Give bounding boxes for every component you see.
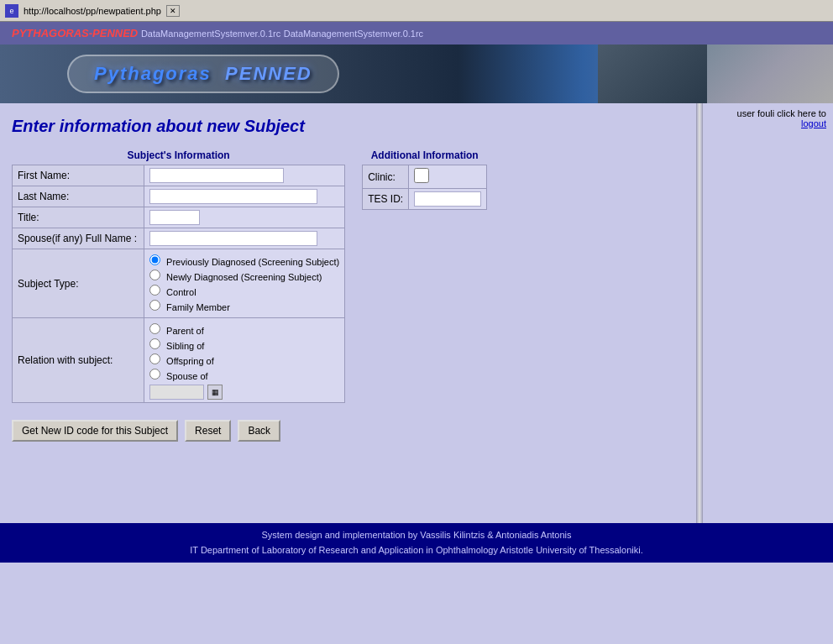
user-bar-text: user fouli click here to — [737, 108, 826, 118]
footer-line2: IT Department of Laboratory of Research … — [5, 543, 828, 558]
tes-id-input[interactable] — [414, 191, 481, 207]
first-name-cell — [144, 165, 345, 186]
footer-line1: System design and implementation by Vass… — [5, 528, 828, 543]
subject-type-option-4[interactable]: Family Member — [149, 300, 339, 312]
title-label: Title: — [13, 207, 144, 228]
subject-type-option-1[interactable]: Previously Diagnosed (Screening Subject) — [149, 254, 339, 267]
last-name-label: Last Name: — [13, 186, 144, 207]
subject-type-radio-3[interactable] — [149, 285, 160, 296]
relation-option-sibling[interactable]: Sibling of — [149, 338, 339, 351]
logout-link[interactable]: logout — [801, 118, 826, 128]
main-container: Enter information about new Subject Subj… — [0, 103, 833, 523]
banner-box1 — [598, 45, 707, 103]
first-name-input[interactable] — [149, 168, 284, 183]
bottom-buttons: Get New ID code for this Subject Reset B… — [12, 420, 684, 442]
favicon: e — [5, 4, 18, 18]
spouse-label: Spouse(if any) Full Name : — [13, 228, 144, 249]
brand-sub: DataManagementSystemver.0.1rc — [141, 29, 280, 39]
header-bar: PYTHAGORAS-PENNED DataManagementSystemve… — [0, 22, 833, 45]
subject-type-radio-4[interactable] — [149, 300, 160, 311]
relation-option-spouse[interactable]: Spouse of — [149, 369, 339, 381]
subject-type-options-cell: Previously Diagnosed (Screening Subject)… — [144, 249, 345, 318]
forms-outer: Subject's Information First Name: Last N… — [12, 149, 684, 403]
subject-type-option-2[interactable]: Newly Diagnosed (Screening Subject) — [149, 270, 339, 282]
relation-radio-sibling[interactable] — [149, 338, 160, 349]
spouse-input[interactable] — [149, 231, 317, 246]
main-form-section: Subject's Information First Name: Last N… — [12, 149, 345, 403]
banner-box2 — [707, 45, 833, 103]
relation-label: Relation with subject: — [13, 318, 144, 403]
relation-row: Relation with subject: Parent of Sibling… — [13, 318, 345, 403]
banner-right-boxes — [598, 45, 833, 103]
tes-id-row: TES ID: — [363, 189, 487, 210]
right-sidebar: user fouli click here to logout — [703, 103, 833, 523]
banner-logo: Pythagoras PENNED — [67, 55, 339, 93]
relation-select-area: ▦ — [149, 385, 339, 400]
relation-option-parent[interactable]: Parent of — [149, 323, 339, 336]
first-name-label: First Name: — [13, 165, 144, 186]
title-row: Title: — [13, 207, 345, 228]
relation-radio-offspring[interactable] — [149, 353, 160, 364]
title-input[interactable] — [149, 210, 200, 225]
browser-bar: e http://localhost/pp/newpatient.php ✕ — [0, 0, 833, 22]
subject-type-option-3[interactable]: Control — [149, 285, 339, 297]
clinic-row: Clinic: — [363, 165, 487, 189]
reset-button[interactable]: Reset — [185, 420, 231, 442]
sidebar-divider — [696, 103, 703, 523]
additional-info-title: Additional Information — [362, 149, 487, 161]
browser-close-btn[interactable]: ✕ — [166, 5, 180, 17]
subject-type-label: Subject Type: — [13, 249, 144, 318]
back-button[interactable]: Back — [238, 420, 280, 442]
subject-info-table: First Name: Last Name: Title: — [12, 165, 345, 403]
browser-url: http://localhost/pp/newpatient.php — [24, 6, 161, 16]
banner-logo-text: Pythagoras PENNED — [94, 63, 312, 84]
relation-radio-parent[interactable] — [149, 323, 160, 334]
relation-option-offspring[interactable]: Offspring of — [149, 353, 339, 366]
content-area: Enter information about new Subject Subj… — [0, 103, 696, 523]
first-name-row: First Name: — [13, 165, 345, 186]
last-name-row: Last Name: — [13, 186, 345, 207]
footer: System design and implementation by Vass… — [0, 523, 833, 563]
additional-info-table: Clinic: TES ID: — [362, 165, 487, 210]
relation-lookup-btn[interactable]: ▦ — [207, 385, 223, 400]
brand-version: DataManagementSystemver.0.1rc — [284, 29, 423, 39]
last-name-input[interactable] — [149, 189, 317, 204]
last-name-cell — [144, 186, 345, 207]
relation-subject-input[interactable] — [149, 385, 204, 400]
subject-type-radio-1[interactable] — [149, 254, 160, 265]
additional-info-section: Additional Information Clinic: TES ID: — [362, 149, 487, 210]
tes-id-label: TES ID: — [363, 189, 409, 210]
form-section-title: Subject's Information — [12, 149, 345, 161]
page-title: Enter information about new Subject — [12, 117, 684, 136]
subject-type-radio-2[interactable] — [149, 270, 160, 280]
relation-radio-spouse[interactable] — [149, 369, 160, 380]
spouse-row: Spouse(if any) Full Name : — [13, 228, 345, 249]
title-cell — [144, 207, 345, 228]
get-new-id-button[interactable]: Get New ID code for this Subject — [12, 420, 178, 442]
clinic-label: Clinic: — [363, 165, 409, 189]
relation-options-cell: Parent of Sibling of Offspring of — [144, 318, 345, 403]
banner: Pythagoras PENNED — [0, 45, 833, 103]
clinic-checkbox[interactable] — [414, 168, 429, 183]
spouse-cell — [144, 228, 345, 249]
clinic-cell — [409, 165, 487, 189]
subject-type-row: Subject Type: Previously Diagnosed (Scre… — [13, 249, 345, 318]
brand-pythagoras: PYTHAGORAS-PENNED — [12, 27, 138, 39]
tes-id-cell — [409, 189, 487, 210]
